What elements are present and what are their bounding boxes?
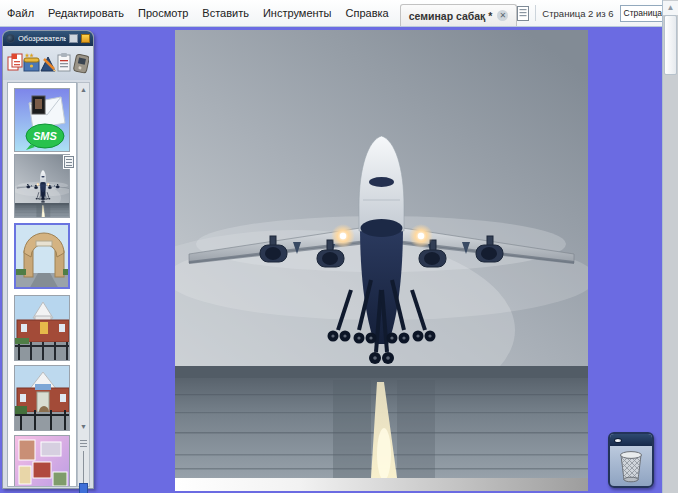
device-icon[interactable]: [73, 51, 89, 75]
slider-grip-icon: [80, 438, 87, 447]
page-sorter-panel: Обозреватель страниц ★★: [2, 30, 94, 489]
thumbnail-page-3[interactable]: [14, 223, 70, 289]
document-tab-label: семинар сабақ *: [409, 10, 493, 22]
panel-pin-icon[interactable]: [69, 34, 78, 43]
page-bottom-edge: [175, 478, 588, 491]
separator: [535, 5, 536, 21]
page-preview-icon[interactable]: [517, 6, 529, 21]
panel-detach-icon[interactable]: [81, 34, 90, 43]
drawing-tools-icon[interactable]: [40, 51, 56, 75]
thumbnail-page-2-current[interactable]: [14, 154, 70, 218]
window-scrollbar[interactable]: ▲: [662, 0, 678, 493]
thumbnail-page-1[interactable]: SMS: [14, 88, 70, 152]
window-scrollbar-thumb[interactable]: [664, 15, 677, 75]
photo-collage-image: [14, 435, 70, 487]
scroll-up-arrow-icon[interactable]: ▲: [78, 86, 89, 93]
menubar-right-controls: Страница 2 из 6 Страница целиком ▼: [517, 5, 678, 22]
tab-close-icon[interactable]: ✕: [497, 10, 508, 21]
size-slider-thumb[interactable]: [79, 483, 88, 493]
sidebar-toolbar: ★★: [3, 46, 93, 80]
page-sorter-title: Обозреватель страниц: [18, 34, 66, 43]
thumbnail-page-4[interactable]: [14, 295, 70, 361]
menu-edit[interactable]: Редактировать: [41, 0, 131, 26]
thumbnail-page-6[interactable]: [14, 435, 70, 487]
page-menu-icon[interactable]: [64, 156, 74, 168]
svg-text:★★: ★★: [25, 52, 34, 58]
scroll-up-icon[interactable]: ▲: [663, 1, 678, 15]
trash-orb-icon: [614, 438, 622, 443]
airplane-photo[interactable]: [175, 30, 588, 478]
scroll-down-arrow-icon[interactable]: ▼: [78, 423, 89, 430]
panel-orb-icon: [6, 34, 15, 43]
menu-file[interactable]: Файл: [0, 0, 41, 26]
airplane-page-image: [14, 154, 70, 218]
page-sorter-header: Обозреватель страниц: [3, 31, 93, 46]
arch-page-image: [14, 223, 70, 289]
clipboard-icon[interactable]: [56, 51, 72, 75]
trash-bin-widget[interactable]: [608, 432, 654, 488]
sms-page-image: SMS: [14, 88, 70, 152]
trash-can-icon: [617, 448, 645, 484]
school-gate-image: [14, 365, 70, 431]
thumbnail-list: SMS: [7, 82, 77, 487]
menu-view[interactable]: Просмотр: [131, 0, 195, 26]
svg-text:SMS: SMS: [33, 130, 58, 142]
menu-insert[interactable]: Вставить: [195, 0, 256, 26]
thumbnail-page-5[interactable]: [14, 365, 70, 431]
sidebar-scrollbar[interactable]: ▲ ▼: [77, 82, 90, 487]
trash-widget-header: [610, 434, 652, 446]
menu-help[interactable]: Справка: [339, 0, 396, 26]
menu-bar: Файл Редактировать Просмотр Вставить Инс…: [0, 0, 662, 27]
pages-icon[interactable]: [7, 51, 23, 75]
school-building-image: [14, 295, 70, 361]
notebook-page-canvas[interactable]: [175, 30, 588, 491]
menu-tools[interactable]: Инструменты: [256, 0, 339, 26]
gallery-chest-icon[interactable]: ★★: [23, 51, 39, 75]
page-indicator: Страница 2 из 6: [542, 8, 613, 19]
document-tab[interactable]: семинар сабақ * ✕: [400, 4, 518, 26]
